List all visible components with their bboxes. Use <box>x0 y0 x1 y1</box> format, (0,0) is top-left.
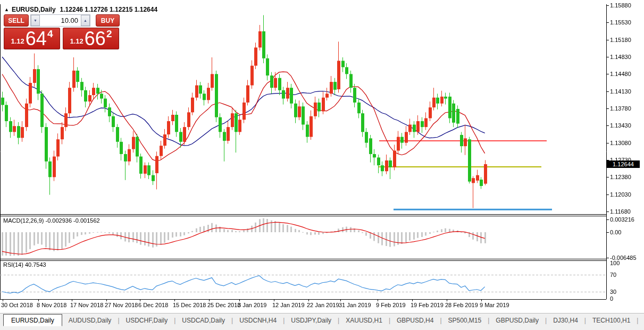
price-tick-label: 1.12030 <box>610 191 631 198</box>
price-tick-label: 1.13080 <box>610 140 631 146</box>
date-tick-label: 3 Jan 2019 <box>238 302 266 308</box>
tab-eurusd-daily-active[interactable]: EURUSD,Daily <box>3 314 62 326</box>
macd-tick-label: 0.00 <box>610 229 621 235</box>
date-tick-label: 9 Feb 2019 <box>376 302 406 308</box>
date-tick-label: 31 Jan 2019 <box>339 302 371 308</box>
buy-button[interactable]: BUY <box>96 14 120 27</box>
date-tick-label: 15 Dec 2018 <box>173 302 206 308</box>
date-tick-label: 25 Dec 2018 <box>207 302 240 308</box>
rsi-indicator-label: RSI(14) 40.7543 <box>3 261 46 268</box>
date-tick-label: 17 Nov 2018 <box>70 302 103 308</box>
tab-gbpusd-h4[interactable]: GBPUSD,H4 <box>390 317 440 324</box>
sell-button[interactable]: SELL <box>4 14 29 27</box>
volume-decrease-button[interactable]: ▼ <box>31 15 40 26</box>
date-tick-label: 8 Nov 2018 <box>37 302 66 308</box>
symbol-name: EURUSD,Daily <box>12 6 56 13</box>
tab-xauusd-h1[interactable]: XAUUSD,H1 <box>339 317 389 324</box>
spin-up-icon: ▲ <box>83 19 87 22</box>
price-tick-label: 1.13430 <box>610 122 631 129</box>
date-tick-label: 19 Feb 2019 <box>411 302 444 308</box>
price-tick-label: 1.13780 <box>610 105 631 112</box>
one-click-trading-widget: SELL ▼ ▲ BUY 1.12 64 4 1.12 66 2 <box>4 14 120 49</box>
price-tick-label: 1.14480 <box>610 71 631 77</box>
macd-indicator-label: MACD(12,26,9) -0.002936 -0.001562 <box>3 217 100 224</box>
date-tick-label: 22 Jan 2019 <box>307 302 339 308</box>
buy-price-button[interactable]: 1.12 66 2 <box>63 28 119 49</box>
buy-price-prefix: 1.12 <box>70 37 83 45</box>
macd-tick-label: 0.003216 <box>610 216 634 223</box>
sell-price-sup: 4 <box>47 28 53 40</box>
buy-price-sup: 2 <box>106 28 112 40</box>
price-tick-label: 1.15180 <box>610 37 631 43</box>
sell-price-prefix: 1.12 <box>11 37 24 45</box>
date-tick-label: 28 Feb 2019 <box>445 302 478 308</box>
rsi-tick-label: 70 <box>610 272 616 278</box>
tab-dj30-h4[interactable]: DJ30,H4 <box>547 317 584 324</box>
tab-audusd-daily[interactable]: AUDUSD,Daily <box>62 317 118 324</box>
price-tick-label: 1.15530 <box>610 19 631 26</box>
tab-tech100-h1[interactable]: TECH100,H1 <box>586 317 637 324</box>
rsi-tick-label: 30 <box>610 289 616 295</box>
symbol-ohlc-values: 1.12246 1.12726 1.12215 1.12644 <box>60 6 158 13</box>
tab-usdchf-daily[interactable]: USDCHF,Daily <box>120 317 174 324</box>
tab-usdcnh-h4[interactable]: USDCNH,H4 <box>233 317 283 324</box>
sell-price-button[interactable]: 1.12 64 4 <box>4 28 60 49</box>
current-price-marker: 1.12644 <box>607 160 640 168</box>
price-tick-label: 1.14130 <box>610 88 631 95</box>
volume-input[interactable] <box>40 15 81 26</box>
volume-increase-button[interactable]: ▲ <box>81 15 90 26</box>
price-tick-label: 1.14830 <box>610 54 631 60</box>
tab-usdjpy-daily[interactable]: USDJPY,Daily <box>285 317 338 324</box>
tab-gbpusd-daily[interactable]: GBPUSD,Daily <box>489 317 545 324</box>
rsi-tick-label: 100 <box>610 260 620 266</box>
volume-control: ▼ ▲ <box>30 14 90 27</box>
price-tick-label: 1.15880 <box>610 2 631 9</box>
symbol-title: ▲EURUSD,Daily1.12246 1.12726 1.12215 1.1… <box>4 6 157 13</box>
collapse-triangle-icon[interactable]: ▲ <box>4 7 9 12</box>
date-tick-label: 12 Jan 2019 <box>272 302 305 308</box>
date-tick-label: 30 Oct 2018 <box>1 302 33 308</box>
date-tick-label: 27 Nov 2018 <box>105 302 138 308</box>
price-tick-label: 1.11680 <box>610 208 631 215</box>
chart-tab-bar: EURUSD,Daily AUDUSD,Daily|USDCHF,Daily|U… <box>0 313 644 330</box>
buy-price-big: 66 <box>85 30 106 47</box>
tab-ukc[interactable]: UKC <box>638 317 644 324</box>
rsi-tick-label: 0 <box>610 295 613 302</box>
date-tick-label: 9 Mar 2019 <box>480 302 509 308</box>
date-tick-label: 6 Dec 2018 <box>138 302 168 308</box>
tab-usdcad-daily[interactable]: USDCAD,Daily <box>175 317 231 324</box>
tab-sp500-m15[interactable]: SP500,M15 <box>442 317 488 324</box>
price-tick-label: 1.12380 <box>610 174 631 180</box>
spin-down-icon: ▼ <box>34 19 37 22</box>
sell-price-big: 64 <box>26 30 47 47</box>
